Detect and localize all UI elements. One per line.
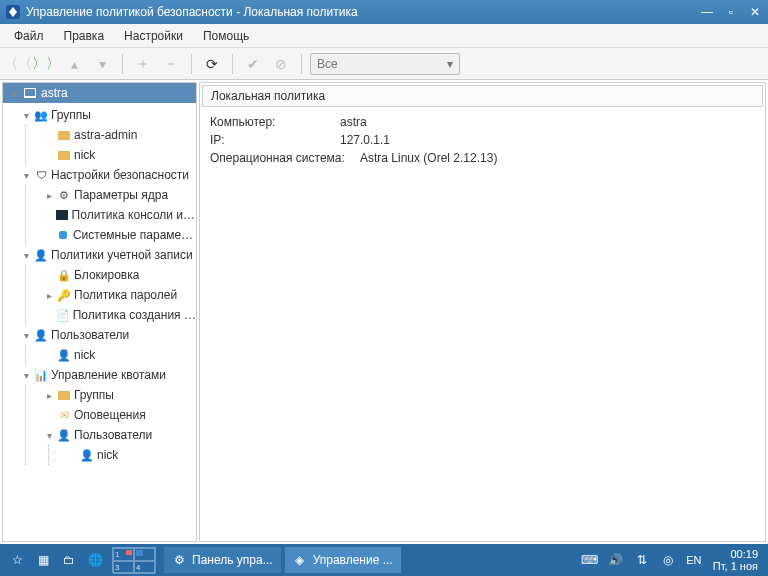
remove-button[interactable]: － (159, 52, 183, 76)
folder-icon (57, 388, 71, 402)
tree-label: Группы (51, 108, 91, 122)
browser-button[interactable]: 🌐 (82, 547, 108, 573)
add-button[interactable]: ＋ (131, 52, 155, 76)
value-ip: 127.0.1.1 (340, 133, 390, 151)
refresh-button[interactable]: ⟳ (200, 52, 224, 76)
tree-creation-policy[interactable]: 📄Политика создания пол... (42, 305, 196, 325)
menu-help[interactable]: Помощь (193, 26, 259, 46)
tree-password-policy[interactable]: ▸🔑Политика паролей (42, 285, 196, 305)
clock-time: 00:19 (713, 548, 758, 560)
info-grid: Компьютер:astra IP:127.0.1.1 Операционна… (200, 109, 765, 175)
collapse-icon[interactable]: ▾ (21, 250, 31, 261)
tree-system-params[interactable]: Системные параметры (42, 225, 196, 245)
tree-root-label: astra (41, 86, 68, 100)
task-label: Управление ... (313, 553, 393, 567)
user-icon: 👤 (57, 348, 71, 362)
tree-label: Пользователи (51, 328, 129, 342)
tree-quota-user-nick[interactable]: 👤nick (65, 445, 196, 465)
tree-console[interactable]: Политика консоли и ин... (42, 205, 196, 225)
tree-lockout[interactable]: 🔒Блокировка (42, 265, 196, 285)
app-icon: ◈ (293, 553, 307, 567)
workspace-2[interactable] (134, 548, 155, 561)
expand-icon[interactable]: ▸ (44, 190, 54, 201)
tree-groups[interactable]: ▾ 👥 Группы (19, 105, 196, 125)
window-title: Управление политикой безопасности - Лока… (26, 5, 700, 19)
tray-language[interactable]: EN (681, 547, 707, 573)
label-os: Операционная система: (210, 151, 360, 169)
app-icon (6, 5, 20, 19)
tree-quota-notify[interactable]: ✉Оповещения (42, 405, 196, 425)
tree-panel: ▾ astra ▾ 👥 Группы astra-admin nick (2, 82, 197, 542)
down-button[interactable]: ▾ (90, 52, 114, 76)
menubar: Файл Правка Настройки Помощь (0, 24, 768, 48)
menu-file[interactable]: Файл (4, 26, 54, 46)
tray-keyboard-icon[interactable]: ⌨ (577, 547, 603, 573)
tree-account-policies[interactable]: ▾ 👤 Политики учетной записи (19, 245, 196, 265)
user-icon: 👤 (80, 448, 94, 462)
forward-button[interactable]: 〉〉 (34, 52, 58, 76)
user-icon: 👤 (57, 428, 71, 442)
clock-date: Пт, 1 ноя (713, 560, 758, 572)
maximize-button[interactable]: ▫ (724, 5, 738, 19)
workspace-4[interactable]: 4 (134, 561, 155, 574)
tree-quota-users[interactable]: ▾👤Пользователи (42, 425, 196, 445)
value-computer: astra (340, 115, 367, 133)
taskbar: ☆ ▦ 🗀 🌐 1 3 4 ⚙ Панель упра... ◈ Управле… (0, 544, 768, 576)
deny-button[interactable]: ⊘ (269, 52, 293, 76)
start-button[interactable]: ☆ (4, 547, 30, 573)
task-security-app[interactable]: ◈ Управление ... (285, 547, 401, 573)
collapse-icon[interactable]: ▾ (21, 110, 31, 121)
collapse-icon[interactable]: ▾ (9, 88, 19, 99)
expand-icon[interactable]: ▸ (44, 390, 54, 401)
back-button[interactable]: 〈〈 (6, 52, 30, 76)
menu-settings[interactable]: Настройки (114, 26, 193, 46)
quota-icon: 📊 (34, 368, 48, 382)
workspace-1[interactable]: 1 (113, 548, 134, 561)
clock[interactable]: 00:19 Пт, 1 ноя (707, 548, 764, 572)
collapse-icon[interactable]: ▾ (21, 370, 31, 381)
tree-item-astra-admin[interactable]: astra-admin (42, 125, 196, 145)
gear-icon: ⚙ (57, 188, 71, 202)
user-icon: 👤 (34, 328, 48, 342)
collapse-icon[interactable]: ▾ (21, 170, 31, 181)
workspace-3[interactable]: 3 (113, 561, 134, 574)
menu-edit[interactable]: Правка (54, 26, 115, 46)
tree-quota-groups[interactable]: ▸Группы (42, 385, 196, 405)
tree-security[interactable]: ▾ 🛡 Настройки безопасности (19, 165, 196, 185)
mail-icon: ✉ (57, 408, 71, 422)
lock-icon: 🔒 (57, 268, 71, 282)
chevron-down-icon: ▾ (447, 57, 453, 71)
main-panel: Локальная политика Компьютер:astra IP:12… (199, 82, 766, 542)
show-desktop-button[interactable]: ▦ (30, 547, 56, 573)
collapse-icon[interactable]: ▾ (21, 330, 31, 341)
folder-icon (57, 128, 71, 142)
tree-users[interactable]: ▾ 👤 Пользователи (19, 325, 196, 345)
tree-label: Управление квотами (51, 368, 166, 382)
monitor-icon (23, 86, 37, 100)
file-manager-button[interactable]: 🗀 (56, 547, 82, 573)
task-control-panel[interactable]: ⚙ Панель упра... (164, 547, 281, 573)
tree-root[interactable]: ▾ astra (3, 83, 196, 103)
tray-usb-icon[interactable]: ⇅ (629, 547, 655, 573)
workspace-pager[interactable]: 1 3 4 (112, 547, 156, 573)
tree-kernel[interactable]: ▸⚙Параметры ядра (42, 185, 196, 205)
tree-item-nick-group[interactable]: nick (42, 145, 196, 165)
collapse-icon[interactable]: ▾ (44, 430, 54, 441)
separator (232, 54, 233, 74)
key-icon: 🔑 (57, 288, 71, 302)
tray-volume-icon[interactable]: 🔊 (603, 547, 629, 573)
value-os: Astra Linux (Orel 2.12.13) (360, 151, 497, 169)
policy-icon: 👤 (34, 248, 48, 262)
minimize-button[interactable]: — (700, 5, 714, 19)
filter-select[interactable]: Все ▾ (310, 53, 460, 75)
tree-quotas[interactable]: ▾ 📊 Управление квотами (19, 365, 196, 385)
up-button[interactable]: ▴ (62, 52, 86, 76)
tray-network-icon[interactable]: ◎ (655, 547, 681, 573)
users-icon: 👥 (34, 108, 48, 122)
expand-icon[interactable]: ▸ (44, 290, 54, 301)
close-button[interactable]: ✕ (748, 5, 762, 19)
tree-user-nick[interactable]: 👤nick (42, 345, 196, 365)
label-ip: IP: (210, 133, 340, 151)
accept-button[interactable]: ✔ (241, 52, 265, 76)
filter-value: Все (317, 57, 338, 71)
